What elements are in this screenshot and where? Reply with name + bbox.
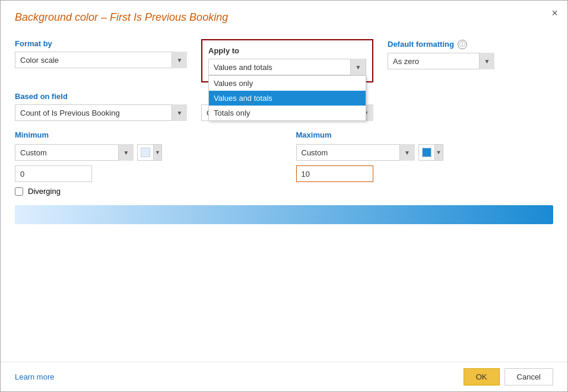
default-formatting-wrapper: As zero ▼ bbox=[388, 53, 494, 69]
maximum-label: Maximum bbox=[296, 130, 554, 139]
gradient-bar bbox=[15, 205, 553, 224]
maximum-value-input[interactable] bbox=[296, 165, 373, 182]
minimum-type-select[interactable]: Custom bbox=[15, 144, 134, 161]
minimum-controls: Custom ▼ ▼ bbox=[15, 144, 272, 161]
minimum-value-input[interactable] bbox=[15, 165, 92, 182]
based-on-field-select[interactable]: Count of Is Previous Booking bbox=[15, 104, 187, 121]
based-on-field-wrapper: Count of Is Previous Booking ▼ bbox=[15, 104, 187, 121]
min-max-row: Minimum Custom ▼ ▼ bbox=[15, 130, 553, 182]
maximum-type-select[interactable]: Custom bbox=[296, 144, 415, 161]
minimum-color-swatch bbox=[141, 148, 150, 157]
apply-to-option-totals-only[interactable]: Totals only bbox=[209, 106, 366, 120]
dialog-title: Background color – First Is Previous Boo… bbox=[1, 1, 567, 30]
minimum-color-control: ▼ bbox=[137, 144, 162, 161]
based-on-field-label: Based on field bbox=[15, 92, 187, 101]
apply-to-dropdown: Values only Values and totals Totals onl… bbox=[208, 75, 366, 121]
format-by-select[interactable]: Color scale bbox=[15, 52, 187, 68]
maximum-type-wrapper: Custom ▼ bbox=[296, 144, 415, 161]
top-row: Format by Color scale ▼ Apply to Values … bbox=[15, 39, 553, 82]
format-by-label: Format by bbox=[15, 39, 187, 48]
footer-buttons: OK Cancel bbox=[464, 368, 553, 385]
default-formatting-select[interactable]: As zero bbox=[388, 53, 494, 69]
minimum-color-button[interactable] bbox=[137, 144, 154, 161]
minimum-label: Minimum bbox=[15, 130, 272, 139]
based-on-field-section: Based on field Count of Is Previous Book… bbox=[15, 92, 187, 121]
apply-to-selected: Values and totals bbox=[214, 63, 350, 72]
diverging-label: Diverging bbox=[28, 187, 61, 196]
apply-to-option-values-only[interactable]: Values only bbox=[209, 76, 366, 91]
format-by-wrapper: Color scale ▼ bbox=[15, 52, 187, 68]
apply-to-option-values-and-totals[interactable]: Values and totals bbox=[209, 91, 366, 106]
maximum-color-swatch bbox=[422, 148, 431, 157]
info-icon[interactable]: ⓘ bbox=[458, 40, 467, 49]
maximum-color-arrow[interactable]: ▼ bbox=[435, 144, 443, 161]
diverging-row: Diverging bbox=[15, 187, 553, 196]
maximum-color-button[interactable] bbox=[418, 144, 435, 161]
close-button[interactable]: × bbox=[551, 8, 558, 18]
maximum-color-control: ▼ bbox=[418, 144, 443, 161]
dialog-footer: Learn more OK Cancel bbox=[1, 362, 567, 391]
minimum-color-arrow[interactable]: ▼ bbox=[154, 144, 162, 161]
apply-to-label: Apply to bbox=[208, 46, 366, 55]
apply-to-dropdown-arrow[interactable]: ▼ bbox=[350, 59, 366, 75]
default-formatting-label: Default formatting bbox=[388, 40, 454, 49]
apply-to-section: Apply to Values and totals ▼ Values only… bbox=[201, 39, 373, 82]
background-color-dialog: Background color – First Is Previous Boo… bbox=[0, 0, 568, 392]
default-formatting-section: Default formatting ⓘ As zero ▼ bbox=[388, 39, 494, 69]
diverging-checkbox[interactable] bbox=[15, 187, 23, 196]
maximum-controls: Custom ▼ ▼ bbox=[296, 144, 554, 161]
dialog-body: Format by Color scale ▼ Apply to Values … bbox=[1, 30, 567, 362]
ok-button[interactable]: OK bbox=[464, 368, 500, 385]
learn-more-link[interactable]: Learn more bbox=[15, 372, 54, 381]
minimum-section: Minimum Custom ▼ ▼ bbox=[15, 130, 284, 182]
minimum-type-wrapper: Custom ▼ bbox=[15, 144, 134, 161]
cancel-button[interactable]: Cancel bbox=[504, 368, 553, 385]
format-by-section: Format by Color scale ▼ bbox=[15, 39, 187, 68]
maximum-section: Maximum Custom ▼ ▼ bbox=[284, 130, 554, 182]
apply-to-select-wrapper: Values and totals ▼ Values only Values a… bbox=[208, 59, 366, 75]
